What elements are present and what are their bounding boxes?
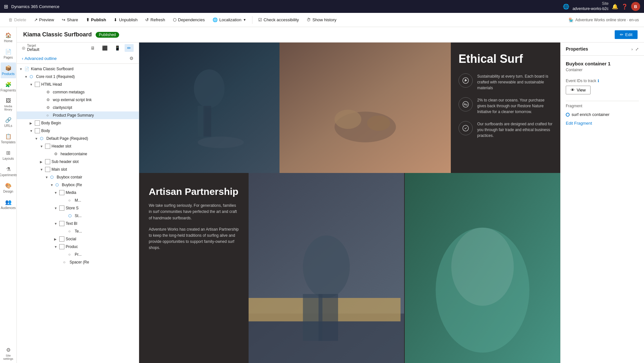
site-settings-icon: ⚙ (6, 347, 11, 353)
bell-icon[interactable]: 🔔 (612, 4, 618, 10)
chevron-down-icon: ▼ (24, 75, 30, 79)
social-checkbox[interactable] (59, 236, 64, 242)
localization-chevron: ▼ (243, 18, 246, 22)
localization-button[interactable]: 🌐 Localization ▼ (209, 16, 250, 24)
feature-3-text: Our surfboards are designed and crafted … (477, 121, 553, 139)
sidebar-item-home[interactable]: 🏠 Home (1, 30, 16, 45)
sidebar-item-urls[interactable]: 🔗 URLs (1, 114, 16, 130)
properties-expand-icon[interactable]: ⤢ (635, 47, 639, 52)
sub-header-checkbox[interactable] (45, 159, 50, 164)
properties-chevron-icon[interactable]: › (631, 47, 633, 52)
view-button[interactable]: 👁 View (566, 86, 591, 94)
tree-item-main-slot[interactable]: ▼ Main slot (17, 166, 139, 173)
sidebar-item-layouts[interactable]: ⊞ Layouts (1, 147, 16, 163)
show-history-button[interactable]: ⏱ Show history (303, 16, 339, 24)
chevron-down-icon: ▼ (54, 206, 59, 210)
tree-item-product-page-summary[interactable]: ▶ ○ Product Page Summary (17, 111, 139, 119)
preview-button[interactable]: ↗ Preview (31, 16, 57, 24)
content-row: ◎ Target Default 🖥 ⬛ 📱 ✏ ‹ Advance (17, 43, 644, 363)
svg-rect-5 (279, 43, 451, 173)
sidebar-item-templates[interactable]: 📋 Templates (1, 131, 16, 147)
body-checkbox[interactable] (35, 128, 40, 133)
tree-item-headercontaine[interactable]: ▶ ⚙ headercontaine (17, 150, 139, 158)
module-checked-icon: ⬡ (50, 175, 55, 179)
tree-item-clarityscript[interactable]: ▶ ⚙ clarityscript (17, 104, 139, 111)
custom-view-btn[interactable]: ✏ (125, 44, 134, 52)
globe-icon[interactable]: 🌐 (563, 4, 569, 10)
tree-item-header-slot[interactable]: ▼ Header slot (17, 142, 139, 150)
edit-button[interactable]: ✏ Edit (615, 30, 638, 39)
artisan-content: Artisan Partnership We take surfing seri… (139, 173, 249, 363)
unpublish-icon: ⬇ (114, 17, 117, 22)
body-begin-checkbox[interactable] (35, 120, 40, 126)
tree-item-spacer[interactable]: ▶ ○ Spacer (Re (17, 258, 139, 266)
dependencies-button[interactable]: ⬡ Dependencies (170, 16, 208, 24)
help-icon[interactable]: ❓ (621, 4, 628, 10)
tree-item-kiama[interactable]: ▼ 📄 Kiama Classic Surfboard (17, 65, 139, 73)
sidebar-item-experiments[interactable]: ⚗ Experiments (1, 164, 16, 179)
tree-item-pr[interactable]: ▶ ○ Pr... (17, 251, 139, 258)
desktop-view-btn[interactable]: 🖥 (88, 44, 98, 52)
svg-point-20 (451, 228, 514, 306)
chevron-down-icon: ▼ (19, 67, 24, 71)
circle-icon: ○ (68, 252, 73, 257)
refresh-button[interactable]: ↺ Refresh (142, 16, 168, 24)
ethical-title: Ethical Surf (459, 52, 553, 66)
app-grid-icon[interactable]: ⊞ (4, 4, 8, 10)
produc-checkbox[interactable] (59, 244, 64, 249)
dependencies-icon: ⬡ (173, 17, 176, 22)
tree-item-media[interactable]: ▼ Media (17, 189, 139, 196)
check-accessibility-button[interactable]: ☑ Check accessibility (255, 16, 302, 24)
tree-item-text-bl[interactable]: ▼ Text Bl (17, 220, 139, 227)
fragment-item: surf enrich container (566, 111, 639, 118)
tree-item-sub-header-slot[interactable]: ▶ Sub header slot (17, 158, 139, 166)
text-bl-checkbox[interactable] (59, 221, 64, 226)
publish-button[interactable]: ⬆ Publish (83, 16, 109, 24)
tree-item-store-s[interactable]: ▼ Store S (17, 204, 139, 212)
tree-item-wcp-script[interactable]: ▶ ⚙ wcp external script link (17, 96, 139, 104)
html-head-checkbox[interactable] (35, 82, 40, 87)
user-avatar[interactable]: B (631, 2, 640, 11)
tree-item-te[interactable]: ▶ ○ Te... (17, 227, 139, 235)
unpublish-button[interactable]: ⬇ Unpublish (110, 16, 141, 24)
store-s-checkbox[interactable] (59, 205, 64, 211)
delete-button[interactable]: 🗑 Delete (5, 16, 30, 24)
tree-item-social[interactable]: ▶ Social (17, 235, 139, 243)
chevron-right-icon: ▶ (54, 237, 59, 241)
tree-item-default-page[interactable]: ▼ ⬡ Default Page (Required) (17, 135, 139, 142)
media-checkbox[interactable] (59, 190, 64, 195)
tree-item-st[interactable]: ▶ ⬡ St... (17, 212, 139, 220)
main-slot-checkbox[interactable] (45, 167, 50, 172)
sidebar-item-products[interactable]: 📦 Products (1, 62, 16, 78)
tree-item-html-head[interactable]: ▼ HTML Head (17, 81, 139, 88)
left-navigation: 🏠 Home 📄 Pages 📦 Products 🧩 Fragments 🖼 … (0, 27, 17, 363)
properties-title: Properties (566, 46, 588, 52)
tree-item-body[interactable]: ▼ Body (17, 127, 139, 135)
share-button[interactable]: ↪ Share (59, 16, 81, 24)
mobile-view-btn[interactable]: 📱 (112, 44, 123, 52)
sidebar-item-design[interactable]: 🎨 Design (1, 180, 16, 196)
svg-point-10 (463, 101, 469, 107)
edit-fragment-link[interactable]: Edit Fragment (566, 121, 592, 126)
sidebar-item-site-settings[interactable]: ⚙ Site settings (1, 344, 16, 363)
canvas-content: Ethical Surf Sustainability at every tur… (139, 43, 560, 363)
artisan-section: Artisan Partnership We take surfing seri… (139, 173, 560, 363)
tree-item-core-root[interactable]: ▼ ⬡ Core root 1 (Required) (17, 73, 139, 81)
tree-item-buybox-re[interactable]: ▼ ⬡ Buybox (Re (17, 181, 139, 189)
outline-back-button[interactable]: ‹ Advanced outline ⚙ (17, 53, 139, 64)
tablet-view-btn[interactable]: ⬛ (99, 44, 110, 52)
sidebar-item-pages[interactable]: 📄 Pages (1, 46, 16, 62)
sidebar-item-audiences[interactable]: 👥 Audiences (1, 196, 16, 212)
tree-item-produc[interactable]: ▼ Produc (17, 243, 139, 251)
chevron-down-icon: ▼ (35, 137, 40, 140)
tree-item-buybox-container[interactable]: ▼ ⬡ Buybox contair (17, 173, 139, 181)
module-icon: ⬡ (30, 74, 35, 79)
tree-item-common-metatags[interactable]: ▶ ⚙ common metatags (17, 88, 139, 96)
outline-gear-icon[interactable]: ⚙ (129, 56, 134, 61)
tree-item-m[interactable]: ▶ ○ M... (17, 196, 139, 204)
tree-item-body-begin[interactable]: ▶ Body Begin (17, 119, 139, 127)
sidebar-item-fragments[interactable]: 🧩 Fragments (1, 79, 16, 95)
sidebar-item-media-library[interactable]: 🖼 Media library (1, 95, 16, 114)
header-slot-checkbox[interactable] (45, 144, 50, 149)
app-title: Dynamics 365 Commerce (11, 4, 60, 9)
